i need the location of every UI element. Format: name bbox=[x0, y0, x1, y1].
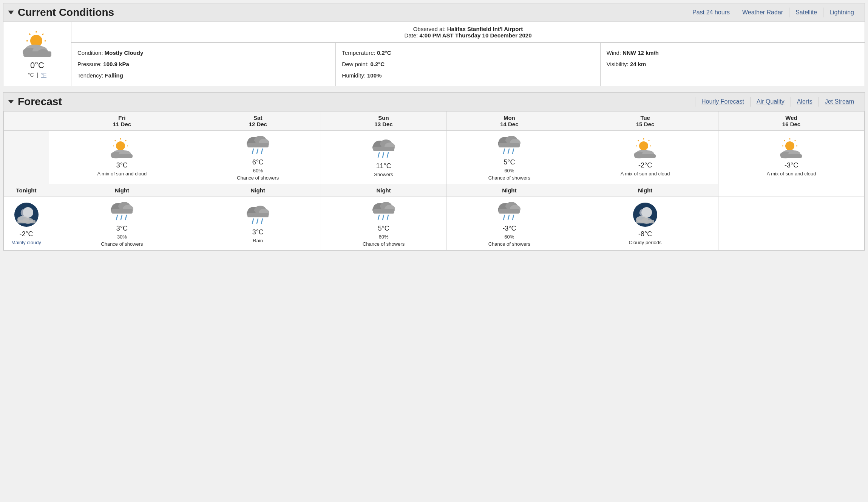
day-mon: Mon 14 Dec bbox=[446, 112, 572, 131]
svg-rect-94 bbox=[373, 209, 394, 214]
svg-line-6 bbox=[42, 34, 43, 35]
tendency-value: Falling bbox=[105, 72, 123, 79]
wed-day-temp: -3°C bbox=[720, 161, 863, 169]
sun-day-temp: 11°C bbox=[323, 162, 445, 170]
svg-line-96 bbox=[383, 215, 384, 220]
tonight-temp: -2°C bbox=[5, 230, 47, 238]
svg-line-39 bbox=[383, 153, 384, 157]
tue-day-desc: A mix of sun and cloud bbox=[574, 171, 717, 177]
sun-night-precip: 60% bbox=[323, 234, 445, 240]
svg-line-31 bbox=[257, 149, 258, 153]
day-sat: Sat 12 Dec bbox=[195, 112, 321, 131]
current-temperature: 0°C bbox=[30, 60, 44, 70]
wed-day-icon bbox=[779, 138, 803, 159]
mon-night-desc: Chance of showers bbox=[448, 241, 570, 247]
mon-day-precip: 60% bbox=[448, 168, 570, 174]
fri-day-icon bbox=[110, 138, 134, 159]
svg-line-88 bbox=[257, 219, 258, 223]
jet-stream-link[interactable]: Jet Stream bbox=[819, 97, 860, 107]
svg-line-40 bbox=[387, 153, 388, 157]
day-wed: Wed 16 Dec bbox=[718, 112, 865, 131]
weather-radar-link[interactable]: Weather Radar bbox=[736, 8, 789, 17]
svg-line-104 bbox=[508, 215, 509, 220]
daytime-tue: -2°C A mix of sun and cloud bbox=[572, 131, 718, 184]
svg-line-20 bbox=[125, 140, 126, 141]
tue-night-cell: -8°C Cloudy periods bbox=[572, 197, 718, 250]
fri-night-precip: 30% bbox=[51, 234, 193, 240]
visibility-label: Visibility: bbox=[607, 61, 630, 67]
mon-night-temp: -3°C bbox=[448, 225, 570, 232]
past-24-hours-link[interactable]: Past 24 hours bbox=[686, 8, 736, 17]
current-conditions-section: Current Conditions Past 24 hours Weather… bbox=[3, 3, 865, 86]
svg-line-95 bbox=[378, 215, 379, 220]
daytime-row: 3°C A mix of sun and cloud bbox=[4, 131, 865, 184]
fahrenheit-link[interactable]: °F bbox=[41, 72, 46, 78]
sat-night-desc: Rain bbox=[197, 238, 319, 243]
temperature-label: Temperature: bbox=[342, 50, 377, 56]
sat-night-icon bbox=[246, 204, 270, 226]
svg-rect-86 bbox=[247, 213, 269, 217]
condition-label: Condition: bbox=[77, 50, 105, 56]
sun-night-temp: 5°C bbox=[323, 225, 445, 232]
svg-rect-45 bbox=[499, 143, 520, 147]
tonight-cell: -2°C Mainly cloudy bbox=[4, 197, 49, 250]
current-conditions-info: Observed at: Halifax Stanfield Int'l Air… bbox=[71, 22, 865, 86]
current-conditions-header: Current Conditions Past 24 hours Weather… bbox=[3, 3, 865, 22]
collapse-icon[interactable] bbox=[8, 11, 14, 14]
tonight-desc: Mainly cloudy bbox=[5, 240, 47, 245]
tue-night-icon bbox=[632, 202, 658, 228]
temperature-value: 0.2°C bbox=[377, 50, 391, 56]
sun-night-icon bbox=[372, 200, 396, 222]
condition-value: Mostly Cloudy bbox=[105, 50, 144, 56]
forecast-collapse-icon[interactable] bbox=[8, 100, 14, 104]
sat-night-label: Night bbox=[195, 184, 321, 197]
forecast-links: Hourly Forecast Air Quality Alerts Jet S… bbox=[695, 97, 860, 107]
svg-rect-37 bbox=[373, 147, 394, 151]
pressure-value: 100.9 kPa bbox=[103, 61, 129, 67]
mon-night-icon bbox=[497, 200, 521, 222]
svg-line-97 bbox=[387, 215, 388, 220]
tonight-label: Tonight bbox=[16, 187, 37, 194]
tue-day-temp: -2°C bbox=[574, 161, 717, 169]
section-title-text: Current Conditions bbox=[18, 6, 114, 19]
fri-night-icon bbox=[110, 200, 134, 222]
current-conditions-title: Current Conditions bbox=[8, 6, 114, 19]
svg-point-49 bbox=[639, 141, 648, 150]
conditions-details: Condition: Mostly Cloudy Pressure: 100.9… bbox=[71, 43, 865, 86]
air-quality-link[interactable]: Air Quality bbox=[750, 97, 791, 107]
humidity-label: Humidity: bbox=[342, 72, 367, 79]
nighttime-row: -2°C Mainly cloudy 3°C bbox=[4, 197, 865, 250]
svg-line-46 bbox=[504, 149, 505, 153]
svg-rect-58 bbox=[635, 154, 656, 158]
tendency-label: Tendency: bbox=[77, 72, 105, 79]
forecast-title: Forecast bbox=[8, 96, 62, 108]
svg-line-53 bbox=[638, 140, 639, 141]
daytime-mon: 5°C 60% Chance of showers bbox=[446, 131, 572, 184]
alerts-link[interactable]: Alerts bbox=[791, 97, 819, 107]
daytime-label-cell bbox=[4, 131, 49, 184]
daytime-wed: -3°C A mix of sun and cloud bbox=[718, 131, 865, 184]
forecast-header: Forecast Hourly Forecast Air Quality Ale… bbox=[3, 93, 865, 111]
tonight-icon bbox=[14, 202, 39, 228]
svg-line-63 bbox=[784, 140, 785, 141]
lightning-link[interactable]: Lightning bbox=[823, 8, 860, 17]
satellite-link[interactable]: Satellite bbox=[789, 8, 823, 17]
svg-rect-78 bbox=[111, 209, 133, 214]
forecast-section: Forecast Hourly Forecast Air Quality Ale… bbox=[3, 92, 865, 251]
svg-line-47 bbox=[508, 149, 509, 153]
svg-line-48 bbox=[513, 149, 514, 153]
fri-night-temp: 3°C bbox=[51, 225, 193, 232]
observed-at-row: Observed at: Halifax Stanfield Int'l Air… bbox=[71, 22, 865, 43]
current-conditions-body: 0°C °C | °F Observed at: Halifax Stanfie… bbox=[3, 22, 865, 86]
svg-line-81 bbox=[125, 215, 127, 220]
observation-date: 4:00 PM AST Thursday 10 December 2020 bbox=[419, 32, 531, 39]
svg-line-32 bbox=[261, 149, 263, 153]
unit-toggle: °C | °F bbox=[28, 72, 46, 78]
svg-line-89 bbox=[261, 219, 263, 223]
svg-rect-110 bbox=[636, 220, 654, 223]
svg-line-80 bbox=[121, 215, 122, 220]
svg-line-19 bbox=[115, 140, 116, 141]
hourly-forecast-link[interactable]: Hourly Forecast bbox=[695, 97, 750, 107]
tue-night-label: Night bbox=[572, 184, 718, 197]
weather-icon-column: 0°C °C | °F bbox=[3, 22, 71, 86]
